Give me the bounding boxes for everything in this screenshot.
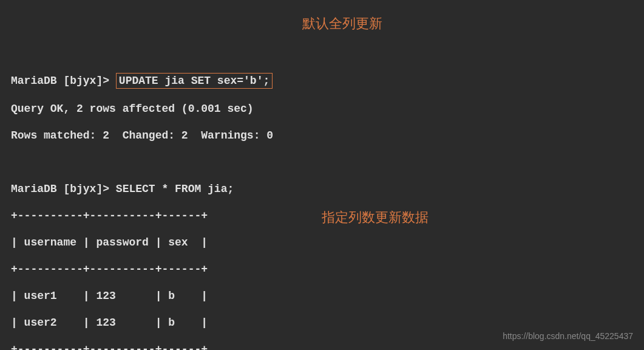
- sql-update-all: UPDATE jia SET sex='b';: [116, 73, 273, 89]
- watermark: https://blog.csdn.net/qq_45225437: [503, 329, 633, 343]
- command-line-2: MariaDB [bjyx]> SELECT * FROM jia;: [11, 182, 633, 196]
- sql-select: SELECT * FROM jia;: [116, 183, 234, 195]
- terminal-output: MariaDB [bjyx]> UPDATE jia SET sex='b'; …: [11, 60, 633, 350]
- annotation-update-where: 指定列数更新数据: [322, 211, 429, 224]
- blank-line: [11, 156, 633, 169]
- command-line-1: MariaDB [bjyx]> UPDATE jia SET sex='b';: [11, 73, 633, 89]
- query-result: Query OK, 2 rows affected (0.001 sec): [11, 102, 633, 115]
- table-sep: +----------+----------+------+: [11, 262, 633, 276]
- table-row: | user1 | 123 | b |: [11, 289, 633, 303]
- table-row: | user2 | 123 | b |: [11, 316, 633, 329]
- annotation-update-all: 默认全列更新: [302, 17, 382, 30]
- prompt: MariaDB [bjyx]>: [11, 183, 116, 195]
- table-sep: +----------+----------+------+: [11, 343, 633, 350]
- table-header: | username | password | sex |: [11, 236, 633, 249]
- prompt: MariaDB [bjyx]>: [11, 75, 116, 87]
- query-result: Rows matched: 2 Changed: 2 Warnings: 0: [11, 129, 633, 142]
